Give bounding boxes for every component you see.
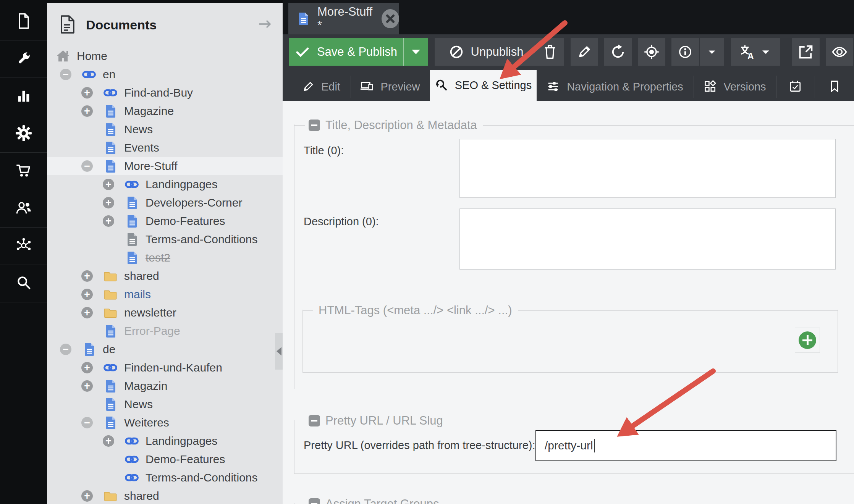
- collapse-icon[interactable]: −: [60, 344, 71, 355]
- tree-item-demo-features[interactable]: Demo-Features: [47, 450, 283, 468]
- documents-panel-icon: [58, 15, 76, 36]
- bookmark-icon: [828, 80, 841, 94]
- collapse-icon[interactable]: −: [81, 417, 93, 428]
- add-html-tag-button[interactable]: [795, 328, 820, 353]
- check-icon: [295, 44, 310, 60]
- folder-icon: [104, 490, 117, 502]
- unpublish-button[interactable]: Unpublish: [435, 38, 537, 66]
- tree-item-news[interactable]: News: [47, 395, 283, 414]
- sidebar-item-file[interactable]: [0, 3, 47, 40]
- expand-icon[interactable]: +: [81, 87, 93, 99]
- tree-item-terms-and-conditions[interactable]: Terms-and-Conditions: [47, 468, 283, 487]
- tree-item-en[interactable]: −en: [47, 65, 283, 84]
- tree-item-weiteres[interactable]: −Weiteres: [47, 414, 283, 432]
- tree-item-find-and-buy[interactable]: +Find-and-Buy: [47, 84, 283, 102]
- tree-item-test2[interactable]: test2: [47, 249, 283, 267]
- reload-button[interactable]: [604, 38, 632, 66]
- tree-item-finden-und-kaufen[interactable]: +Finden-und-Kaufen: [47, 359, 283, 377]
- sidebar-item-customers[interactable]: [0, 190, 47, 228]
- expand-icon[interactable]: +: [103, 435, 114, 447]
- sidebar-item-tools[interactable]: [0, 40, 47, 78]
- open-in-new-button[interactable]: [792, 38, 820, 66]
- tree-item-newsletter[interactable]: +newsletter: [47, 304, 283, 322]
- expand-icon[interactable]: +: [81, 380, 93, 392]
- rename-button[interactable]: [571, 38, 598, 66]
- sidebar-item-marketing[interactable]: [0, 228, 47, 265]
- collapse-icon[interactable]: −: [81, 160, 93, 172]
- tab-versions[interactable]: Versions: [694, 73, 776, 101]
- title-input[interactable]: [459, 139, 836, 198]
- tab-more-stuff[interactable]: More-Stuff *: [288, 3, 399, 34]
- collapse-fieldset-icon[interactable]: [309, 415, 320, 426]
- tab-preview[interactable]: Preview: [351, 73, 430, 101]
- fieldset-legend-text: HTML-Tags (<meta .../> <link .../> ...): [319, 304, 512, 317]
- sidebar-item-reports[interactable]: [0, 78, 47, 115]
- tab-navigation-properties[interactable]: Navigation & Properties: [537, 73, 694, 101]
- collapse-icon[interactable]: −: [60, 69, 71, 80]
- expand-icon[interactable]: +: [81, 270, 93, 282]
- close-tab-button[interactable]: [382, 9, 399, 28]
- tree-item-landingpages[interactable]: +Landingpages: [47, 432, 283, 450]
- expand-icon[interactable]: +: [81, 289, 93, 300]
- legend-line: [518, 310, 838, 311]
- tree-item-mails[interactable]: +mails: [47, 285, 283, 304]
- tree-item-terms-and-conditions[interactable]: Terms-and-Conditions: [47, 230, 283, 249]
- expand-icon[interactable]: +: [103, 179, 114, 190]
- save-options-dropdown[interactable]: [404, 38, 428, 66]
- expand-icon[interactable]: +: [103, 215, 114, 227]
- expand-icon[interactable]: +: [81, 362, 93, 373]
- translate-button[interactable]: A: [731, 38, 780, 66]
- tab-versions-label: Versions: [723, 81, 766, 93]
- panel-expand-arrow-icon[interactable]: [258, 18, 273, 32]
- tab-schedule[interactable]: [776, 73, 815, 101]
- tree-item-magazine[interactable]: +Magazine: [47, 102, 283, 120]
- tree-collapse-handle[interactable]: [275, 333, 283, 370]
- tree-item-label: News: [124, 398, 153, 411]
- sidebar-item-ecommerce[interactable]: [0, 153, 47, 190]
- description-input[interactable]: [459, 208, 836, 270]
- tree-item-events[interactable]: Events: [47, 139, 283, 157]
- expand-icon[interactable]: +: [81, 307, 93, 318]
- pretty-url-input[interactable]: /pretty-url: [535, 430, 836, 461]
- doc-icon: [104, 416, 117, 430]
- expand-icon[interactable]: +: [81, 105, 93, 117]
- tools-icon: [15, 50, 32, 68]
- legend-line: [483, 125, 854, 126]
- tree-item-landingpages[interactable]: +Landingpages: [47, 175, 283, 194]
- collapse-left-icon: [277, 347, 281, 355]
- info-dropdown-button[interactable]: [700, 38, 724, 66]
- tree-item-home[interactable]: Home: [47, 47, 283, 65]
- tree-item-shared[interactable]: +shared: [47, 267, 283, 285]
- tab-bookmark[interactable]: [815, 73, 854, 101]
- tree-item-label: Magazine: [124, 105, 174, 118]
- expand-icon[interactable]: +: [81, 490, 93, 502]
- tree-item-demo-features[interactable]: +Demo-Features: [47, 212, 283, 230]
- locate-in-tree-button[interactable]: [638, 38, 665, 66]
- sidebar-item-search[interactable]: [0, 265, 47, 302]
- tree-item-label: Finden-und-Kaufen: [124, 361, 222, 374]
- tab-seo-settings[interactable]: SEO & Settings: [430, 70, 537, 101]
- file-icon: [15, 13, 32, 31]
- tree-item-label: en: [103, 68, 115, 81]
- tree-item-error-page[interactable]: Error-Page: [47, 322, 283, 340]
- tree-item-more-stuff[interactable]: −More-Stuff: [47, 157, 283, 175]
- tab-navigation-label: Navigation & Properties: [567, 81, 683, 93]
- tree-item-magazin[interactable]: +Magazin: [47, 377, 283, 395]
- tree-item-developers-corner[interactable]: +Developers-Corner: [47, 194, 283, 212]
- tree-item-de[interactable]: −de: [47, 340, 283, 359]
- tree-item-label: test2: [146, 251, 170, 264]
- collapse-fieldset-icon[interactable]: [309, 120, 320, 131]
- tree-item-shared[interactable]: +shared: [47, 487, 283, 504]
- collapse-fieldset-icon[interactable]: [309, 498, 320, 504]
- save-and-publish-main[interactable]: Save & Publish: [289, 38, 404, 66]
- save-and-publish-button[interactable]: Save & Publish: [289, 38, 428, 66]
- preview-eye-button[interactable]: [826, 38, 853, 66]
- info-button[interactable]: [671, 38, 699, 66]
- sidebar-item-settings[interactable]: [0, 115, 47, 153]
- expand-icon[interactable]: +: [103, 197, 114, 208]
- tree-item-news[interactable]: News: [47, 120, 283, 139]
- tree-item-label: Weiteres: [124, 416, 169, 429]
- delete-button[interactable]: [536, 38, 564, 66]
- tab-edit[interactable]: Edit: [291, 73, 351, 101]
- eye-icon: [831, 44, 848, 60]
